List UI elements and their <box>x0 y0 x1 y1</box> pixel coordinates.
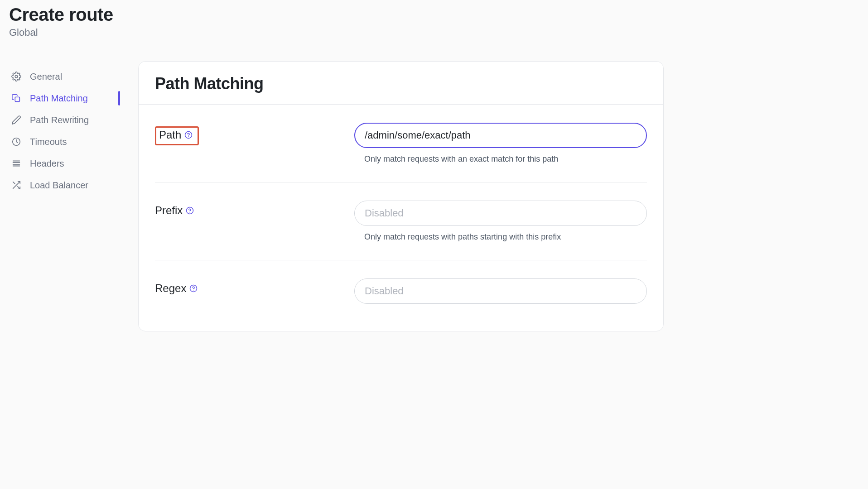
help-icon[interactable] <box>185 206 194 215</box>
sidebar-item-headers[interactable]: Headers <box>9 153 120 174</box>
pencil-icon <box>11 115 22 125</box>
shuffle-icon <box>11 180 22 191</box>
path-label-highlight: Path <box>155 126 199 145</box>
main-layout: General Path Matching Path Rewriting <box>9 61 859 331</box>
path-label: Path <box>159 129 181 141</box>
path-input[interactable] <box>354 123 647 148</box>
gear-icon <box>11 71 22 82</box>
panel-body: Path Only match requests with an exact m… <box>139 105 663 331</box>
clock-icon <box>11 136 22 147</box>
sidebar-item-general[interactable]: General <box>9 66 120 87</box>
svg-point-0 <box>15 75 18 78</box>
form-row-prefix: Prefix Only match requests with paths st… <box>155 182 647 260</box>
form-label-col: Path <box>155 123 354 145</box>
sidebar-item-path-rewriting[interactable]: Path Rewriting <box>9 109 120 131</box>
list-icon <box>11 158 22 169</box>
regex-label: Regex <box>155 282 186 295</box>
prefix-hint: Only match requests with paths starting … <box>354 232 647 242</box>
sidebar-item-label: Headers <box>30 158 64 169</box>
sidebar-item-timeouts[interactable]: Timeouts <box>9 131 120 153</box>
form-control-col: Only match requests with paths starting … <box>354 201 647 242</box>
page-title: Create route <box>9 5 859 25</box>
form-control-col: Only match requests with an exact match … <box>354 123 647 164</box>
sidebar-item-path-matching[interactable]: Path Matching <box>9 87 120 109</box>
form-row-regex: Regex <box>155 260 647 313</box>
sidebar-item-label: Timeouts <box>30 137 67 147</box>
sidebar-item-label: Load Balancer <box>30 180 88 191</box>
svg-line-9 <box>13 182 15 184</box>
sidebar-item-label: General <box>30 72 62 82</box>
help-icon[interactable] <box>189 284 198 293</box>
content-panel: Path Matching Path <box>138 61 664 331</box>
panel-header: Path Matching <box>139 62 663 105</box>
prefix-label: Prefix <box>155 204 183 217</box>
help-icon[interactable] <box>184 130 193 139</box>
sidebar-nav: General Path Matching Path Rewriting <box>9 61 120 331</box>
page-header: Create route Global <box>9 5 859 38</box>
form-row-path: Path Only match requests with an exact m… <box>155 105 647 182</box>
sidebar-item-label: Path Matching <box>30 93 88 104</box>
sidebar-item-label: Path Rewriting <box>30 115 89 125</box>
copy-icon <box>11 93 22 104</box>
form-label-col: Prefix <box>155 201 354 217</box>
sidebar-item-load-balancer[interactable]: Load Balancer <box>9 174 120 196</box>
form-label-col: Regex <box>155 278 354 295</box>
regex-input[interactable] <box>354 278 647 304</box>
svg-rect-1 <box>15 97 19 101</box>
prefix-input[interactable] <box>354 201 647 226</box>
form-control-col <box>354 278 647 304</box>
page-subtitle: Global <box>9 27 859 38</box>
panel-title: Path Matching <box>155 74 647 93</box>
svg-line-8 <box>18 187 20 189</box>
path-hint: Only match requests with an exact match … <box>354 154 647 164</box>
